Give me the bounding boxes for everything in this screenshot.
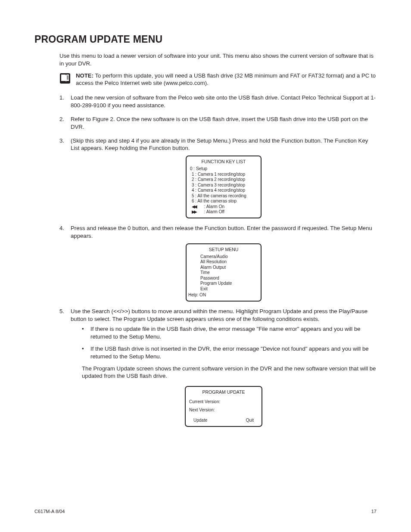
panel3-quit-label: Quit — [246, 418, 254, 423]
panel2-line: Program Update — [200, 281, 257, 286]
panel2-line: Exit — [200, 286, 257, 292]
note-block: NOTE: To perform this update, you will n… — [59, 72, 377, 87]
note-icon — [59, 73, 71, 84]
panel1-line: 0 : Setup — [190, 166, 257, 172]
panel2-title: SETUP MENU — [190, 247, 257, 252]
panel1-line: 4 : Camera 4 recording/stop — [190, 188, 257, 193]
steps-list: Load the new version of software from th… — [59, 94, 377, 427]
panel2-help-line: Help: ON — [188, 292, 257, 298]
step-3-text: (Skip this step and step 4 if you are al… — [71, 137, 368, 152]
panel1-alarm-off-text: : Alarm Off — [203, 209, 224, 214]
step-5-bullet-1: If there is no update file in the USB fl… — [82, 325, 377, 341]
panel1-line: 6 : All the cameras stop — [190, 199, 257, 204]
program-update-screen: PROGRAM UPDATE Current Version: Next Ver… — [185, 386, 262, 427]
step-5-bullets: If there is no update file in the USB fl… — [82, 325, 377, 360]
setup-menu-screen: SETUP MENU Camera/Audio All Resolution A… — [186, 243, 262, 302]
panel1-alarm-on-text: : Alarm On — [203, 204, 224, 209]
step-4: Press and release the 0 button, and then… — [59, 224, 377, 302]
step-5-text: Use the Search (<</>>) buttons to move a… — [71, 308, 367, 322]
panel1-line-alarm-off: ▶▶ : Alarm Off — [190, 209, 257, 215]
footer-page-number: 17 — [371, 509, 377, 514]
step-2-text: Refer to Figure 2. Once the new software… — [71, 116, 368, 130]
note-label: NOTE: — [76, 72, 93, 79]
panel2-line: Alarm Output — [200, 265, 257, 271]
footer-doc-id: C617M-A 8/04 — [34, 509, 65, 514]
step-1-text: Load the new version of software from th… — [71, 94, 376, 109]
step-5-bullet-2: If the USB flash drive is not inserted i… — [82, 345, 377, 361]
note-text: NOTE: To perform this update, you will n… — [76, 72, 377, 87]
panel3-current-version: Current Version: — [189, 399, 258, 405]
function-key-list-screen: FUNCTION KEY LIST 0 : Setup 1 : Camera 1… — [186, 156, 262, 218]
panel1-line-alarm-on: ◀◀ : Alarm On — [190, 204, 257, 210]
step-4-text: Press and release the 0 button, and then… — [71, 225, 372, 239]
panel1-line: 3 : Camera 3 recording/stop — [190, 183, 257, 188]
step-1: Load the new version of software from th… — [59, 94, 377, 109]
panel2-line: Time — [200, 270, 257, 276]
step-5: Use the Search (<</>>) buttons to move a… — [59, 308, 377, 427]
page-title: PROGRAM UPDATE MENU — [34, 34, 377, 45]
panel3-title: PROGRAM UPDATE — [189, 389, 258, 395]
rewind-icon: ◀◀ — [192, 204, 203, 210]
panel2-line: Camera/Audio — [200, 254, 257, 260]
step-2: Refer to Figure 2. Once the new software… — [59, 115, 377, 131]
panel1-line: 5 : All the cameras recording — [190, 193, 257, 199]
intro-paragraph: Use this menu to load a newer version of… — [59, 52, 377, 68]
panel1-line: 2 : Camera 2 recording/stop — [190, 177, 257, 183]
note-body: To perform this update, you will need a … — [76, 72, 376, 87]
step-5-followup: The Program Update screen shows the curr… — [82, 365, 377, 380]
page-footer: C617M-A 8/04 17 — [34, 509, 377, 514]
panel3-update-label: Update — [193, 418, 207, 423]
panel1-line: 1 : Camera 1 recording/stop — [190, 172, 257, 177]
step-3: (Skip this step and step 4 if you are al… — [59, 137, 377, 218]
panel3-next-version: Next Version: — [189, 408, 258, 413]
fast-forward-icon: ▶▶ — [192, 209, 203, 215]
panel2-line: Password — [200, 276, 257, 281]
panel2-line: All Resolution — [200, 259, 257, 265]
panel1-title: FUNCTION KEY LIST — [190, 159, 257, 165]
